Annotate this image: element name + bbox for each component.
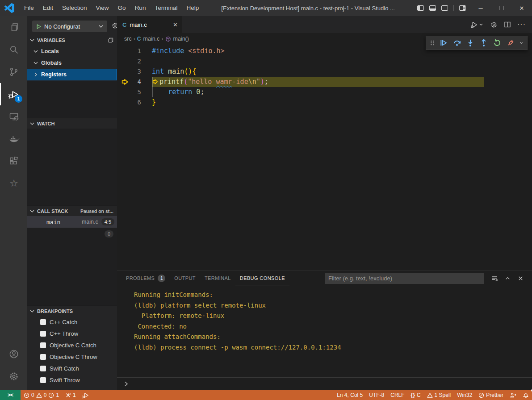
platform-indicator[interactable]: Win32 <box>454 390 475 400</box>
paused-status: Paused on st... <box>80 208 113 214</box>
panel-tab-label: DEBUG CONSOLE <box>240 275 285 281</box>
launch-configuration-dropdown[interactable]: No Configurat <box>32 21 107 32</box>
customize-layout-icon[interactable] <box>459 5 466 11</box>
breakpoint-row[interactable]: C++ Catch <box>27 316 117 328</box>
debug-settings-gear-icon[interactable] <box>111 22 117 29</box>
breakpoints-section-header[interactable]: BREAKPOINTS <box>27 305 117 316</box>
breakpoint-row[interactable]: Swift Throw <box>27 374 117 386</box>
encoding-indicator[interactable]: UTF-8 <box>366 390 387 400</box>
breakpoint-row[interactable]: Objective C Catch <box>27 339 117 351</box>
debug-console-input[interactable] <box>117 377 532 390</box>
breakpoint-gutter[interactable] <box>117 56 130 67</box>
close-button[interactable]: ✕ <box>511 0 532 16</box>
start-debug-icon[interactable] <box>36 24 42 29</box>
problems-status[interactable]: 0 0 1 <box>21 390 62 400</box>
menu-edit[interactable]: Edit <box>38 0 58 16</box>
remote-explorer-icon[interactable] <box>0 105 27 128</box>
breakpoint-checkbox[interactable] <box>40 319 46 325</box>
copy-icon[interactable] <box>107 37 113 44</box>
toggle-sidebar-icon[interactable] <box>417 5 424 11</box>
extensions-icon[interactable] <box>0 150 27 172</box>
accounts-icon[interactable] <box>0 343 27 365</box>
code-editor[interactable]: 1#include <stdio.h>23int main(){4printf(… <box>117 45 532 270</box>
spell-checker-status[interactable]: 1 Spell <box>424 390 454 400</box>
search-icon[interactable] <box>0 38 27 61</box>
maximize-panel-icon[interactable] <box>504 275 511 282</box>
step-out-button[interactable] <box>478 37 490 49</box>
tab-close-icon[interactable]: ✕ <box>173 21 178 28</box>
variables-empty-area <box>27 80 117 118</box>
breakpoint-gutter[interactable] <box>117 46 130 56</box>
cursor-position[interactable]: Ln 4, Col 5 <box>334 390 366 400</box>
language-mode[interactable]: {̹} C <box>408 390 424 400</box>
watch-section-header[interactable]: WATCH <box>27 118 117 129</box>
step-into-button[interactable] <box>465 37 476 49</box>
step-over-button[interactable] <box>451 37 463 49</box>
clear-console-icon[interactable] <box>491 275 498 282</box>
console-filter-input[interactable] <box>325 273 484 284</box>
panel-tab-terminal[interactable]: TERMINAL <box>200 271 235 286</box>
eol-indicator[interactable]: CRLF <box>387 390 407 400</box>
breakpoint-checkbox[interactable] <box>40 331 46 337</box>
breakpoint-gutter[interactable] <box>117 97 130 108</box>
breakpoint-row[interactable]: Objective C Throw <box>27 351 117 362</box>
breakpoint-row[interactable]: C++ Throw <box>27 328 117 339</box>
remote-indicator[interactable]: >< <box>0 390 21 400</box>
run-or-debug-button[interactable] <box>470 21 484 29</box>
panel-tab-output[interactable]: OUTPUT <box>170 271 200 286</box>
debug-console-output[interactable]: Running initCommands:(lldb) platform sel… <box>117 286 532 377</box>
breadcrumb-file[interactable]: C main.c <box>137 36 160 42</box>
tab-main-c[interactable]: C main.c ✕ <box>117 16 182 33</box>
breakpoint-row[interactable]: Swift Catch <box>27 362 117 374</box>
breakpoint-checkbox[interactable] <box>40 342 46 348</box>
split-editor-icon[interactable] <box>504 21 511 28</box>
toggle-panel-icon[interactable] <box>429 5 436 11</box>
menu-selection[interactable]: Selection <box>58 0 92 16</box>
menu-help[interactable]: Help <box>182 0 203 16</box>
source-control-icon[interactable] <box>0 61 27 83</box>
breakpoint-checkbox[interactable] <box>40 377 46 383</box>
restart-button[interactable] <box>491 37 503 49</box>
disconnect-button[interactable] <box>505 37 516 49</box>
panel-tab-debug-console[interactable]: DEBUG CONSOLE <box>235 271 289 286</box>
tools-status[interactable]: 1 <box>62 390 79 400</box>
variables-scope-locals[interactable]: Locals <box>27 46 117 57</box>
variables-scope-registers[interactable]: Registers <box>27 69 117 80</box>
continue-button[interactable] <box>438 37 449 49</box>
inline-breakpoint-icon[interactable] <box>152 79 159 85</box>
breakpoint-checkbox[interactable] <box>40 354 46 360</box>
close-panel-icon[interactable] <box>517 275 524 282</box>
feedback-icon[interactable] <box>507 390 519 400</box>
star-icon[interactable]: ☆ <box>0 172 27 195</box>
breadcrumb-folder[interactable]: src <box>124 36 132 42</box>
breakpoint-gutter[interactable] <box>117 67 130 77</box>
breakpoint-checkbox[interactable] <box>40 366 46 371</box>
formatter-status[interactable]: Prettier <box>475 390 507 400</box>
editor-settings-gear-icon[interactable] <box>490 21 498 29</box>
notifications-bell-icon[interactable] <box>519 390 532 400</box>
docker-icon[interactable] <box>0 128 27 150</box>
breakpoint-gutter[interactable] <box>117 87 130 97</box>
menu-go[interactable]: Go <box>113 0 130 16</box>
menu-file[interactable]: File <box>20 0 38 16</box>
explorer-icon[interactable] <box>0 16 27 38</box>
breadcrumb-symbol[interactable]: main() <box>165 36 189 42</box>
maximize-button[interactable] <box>491 0 511 16</box>
debug-session-chevron-icon[interactable] <box>518 40 524 46</box>
more-actions-icon[interactable]: ··· <box>517 22 526 27</box>
panel-tab-problems[interactable]: PROBLEMS1 <box>121 271 170 286</box>
variables-section-header[interactable]: VARIABLES <box>27 35 117 46</box>
stack-frame-row[interactable]: main main.c 4:5 <box>27 216 117 228</box>
menu-view[interactable]: View <box>92 0 113 16</box>
settings-gear-icon[interactable] <box>0 365 27 388</box>
menu-terminal[interactable]: Terminal <box>150 0 182 16</box>
toggle-secondary-sidebar-icon[interactable] <box>441 5 448 11</box>
call-stack-section-header[interactable]: CALL STACK Paused on st... <box>27 205 117 216</box>
variables-scope-globals[interactable]: Globals <box>27 57 117 69</box>
menu-run[interactable]: Run <box>130 0 151 16</box>
toolbar-drag-handle[interactable] <box>429 39 436 46</box>
run-and-debug-icon[interactable]: 1 <box>0 83 27 105</box>
current-instruction-arrow-icon[interactable] <box>117 77 130 87</box>
minimize-button[interactable]: ─ <box>470 0 491 16</box>
debug-status-icon[interactable] <box>79 390 92 400</box>
